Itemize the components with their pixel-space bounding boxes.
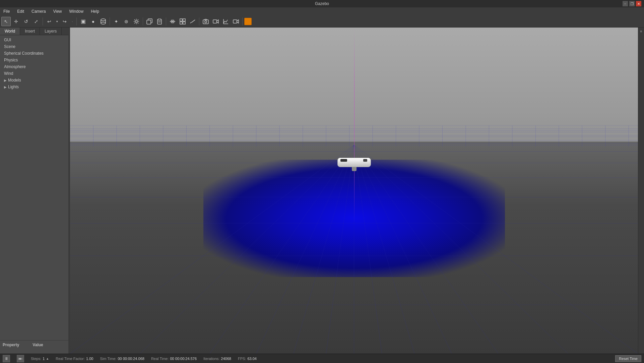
right-panel-icon: ≡ — [639, 29, 644, 34]
viewport[interactable] — [70, 28, 638, 354]
toolbar-separator-6 — [199, 17, 199, 25]
svg-rect-16 — [158, 19, 161, 20]
svg-line-56 — [294, 145, 354, 354]
models-arrow-icon: ▶ — [4, 79, 7, 82]
color-marker[interactable] — [244, 18, 252, 25]
rotate-tool-button[interactable]: ↺ — [21, 17, 31, 26]
tree-item-lights[interactable]: ▶ Lights — [0, 84, 68, 90]
tree-item-models[interactable]: ▶ Models — [0, 77, 68, 84]
realtime-factor-value: 1.00 — [86, 357, 93, 361]
steps-up-arrow[interactable]: ▲ — [46, 357, 49, 360]
redo-dot-button[interactable]: · — [70, 17, 75, 26]
world-tree: GUI Scene Spherical Coordinates Physics … — [0, 35, 68, 340]
svg-line-11 — [138, 19, 139, 20]
record-video-button[interactable] — [211, 17, 220, 26]
lights-label: Lights — [8, 85, 19, 89]
right-panel: ≡ — [638, 28, 644, 354]
svg-rect-31 — [203, 20, 208, 24]
sphere-button[interactable]: ● — [88, 17, 98, 26]
svg-rect-38 — [233, 20, 237, 23]
restore-button[interactable]: ❐ — [629, 1, 635, 6]
menu-file[interactable]: File — [1, 8, 12, 14]
cylinder-button[interactable] — [99, 17, 108, 26]
copy-button[interactable] — [145, 17, 154, 26]
robot-body — [337, 158, 371, 167]
paste-button[interactable] — [155, 17, 164, 26]
step-button[interactable]: ⏭ — [17, 355, 24, 362]
svg-line-53 — [140, 145, 354, 354]
status-bar: ⏸ ⏭ Steps: 1 ▲ Real Time Factor: 1.00 Si… — [0, 354, 644, 363]
tree-item-atmosphere[interactable]: Atmosphere — [0, 63, 68, 70]
scene-label: Scene — [4, 44, 15, 49]
steps-label: Steps: — [31, 357, 41, 361]
svg-point-3 — [101, 22, 106, 24]
minimize-button[interactable]: − — [623, 1, 628, 6]
tree-item-scene[interactable]: Scene — [0, 43, 68, 50]
box-button[interactable]: ▣ — [78, 17, 88, 26]
dir-light-button[interactable] — [132, 17, 141, 26]
window-controls: − ❐ ✕ — [623, 1, 641, 6]
menu-edit[interactable]: Edit — [15, 8, 26, 14]
measure-button[interactable] — [188, 17, 197, 26]
fps-value: 63.04 — [247, 357, 257, 361]
point-light-button[interactable]: ✦ — [112, 17, 121, 26]
real-time-display: Real Time: 00 00:00:24.576 — [151, 357, 197, 361]
menu-camera[interactable]: Camera — [29, 8, 48, 14]
record-start-button[interactable] — [231, 17, 241, 26]
property-header: Property Value — [3, 342, 66, 348]
robot-model — [337, 158, 371, 171]
spot-light-button[interactable]: ⊛ — [122, 17, 131, 26]
tab-layers[interactable]: Layers — [40, 28, 62, 35]
translate-tool-button[interactable]: ✛ — [11, 17, 21, 26]
wind-label: Wind — [4, 71, 13, 76]
value-col-header: Value — [33, 343, 43, 347]
snap-button[interactable] — [178, 17, 187, 26]
redo-button[interactable]: ↪ — [60, 17, 69, 26]
left-panel: World Insert Layers GUI Scene Spherical … — [0, 28, 69, 354]
menu-bar: File Edit Camera View Window Help — [0, 7, 644, 15]
property-panel: Property Value — [0, 340, 68, 354]
app-title: Gazebo — [315, 1, 329, 6]
svg-line-12 — [134, 22, 135, 23]
tree-item-wind[interactable]: Wind — [0, 70, 68, 77]
svg-point-4 — [135, 20, 137, 22]
undo-arrow-button[interactable]: ▾ — [55, 17, 59, 26]
tree-item-spherical-coordinates[interactable]: Spherical Coordinates — [0, 50, 68, 57]
svg-rect-23 — [183, 19, 185, 21]
reset-time-button[interactable]: Reset Time — [615, 355, 641, 362]
svg-line-52 — [70, 145, 354, 354]
toolbar-separator-5 — [166, 17, 166, 25]
plot-button[interactable] — [221, 17, 231, 26]
toolbar-separator-7 — [242, 17, 243, 25]
undo-button[interactable]: ↩ — [45, 17, 54, 26]
pause-button[interactable]: ⏸ — [3, 355, 10, 362]
physics-label: Physics — [4, 58, 18, 62]
menu-window[interactable]: Window — [67, 8, 86, 14]
fps-label: FPS: — [238, 357, 246, 361]
atmosphere-label: Atmosphere — [4, 64, 26, 69]
select-tool-button[interactable]: ↖ — [1, 17, 11, 26]
fps-display: FPS: 63.04 — [238, 357, 257, 361]
toolbar-separator-3 — [110, 17, 110, 25]
tree-item-physics[interactable]: Physics — [0, 57, 68, 63]
realtime-factor-label: Real Time Factor: — [56, 357, 85, 361]
tab-insert[interactable]: Insert — [20, 28, 40, 35]
record-image-button[interactable] — [201, 17, 210, 26]
tab-world[interactable]: World — [0, 28, 20, 35]
toolbar: ↖ ✛ ↺ ⤢ ↩ ▾ ↪ · ▣ ● ✦ ⊛ — [0, 15, 644, 28]
svg-line-63 — [354, 145, 568, 354]
real-time-label: Real Time: — [151, 357, 169, 361]
tree-item-gui[interactable]: GUI — [0, 37, 68, 43]
menu-view[interactable]: View — [51, 8, 64, 14]
menu-help[interactable]: Help — [89, 8, 101, 14]
property-col-header: Property — [3, 343, 19, 347]
title-bar: Gazebo − ❐ ✕ — [0, 0, 644, 7]
svg-rect-24 — [180, 22, 182, 24]
svg-rect-25 — [183, 22, 185, 24]
svg-line-60 — [354, 145, 415, 354]
sim-time-display: Sim Time: 00 00:00:24.068 — [100, 357, 144, 361]
align-button[interactable] — [168, 17, 177, 26]
scale-tool-button[interactable]: ⤢ — [31, 17, 41, 26]
close-button[interactable]: ✕ — [636, 1, 641, 6]
sim-time-label: Sim Time: — [100, 357, 116, 361]
